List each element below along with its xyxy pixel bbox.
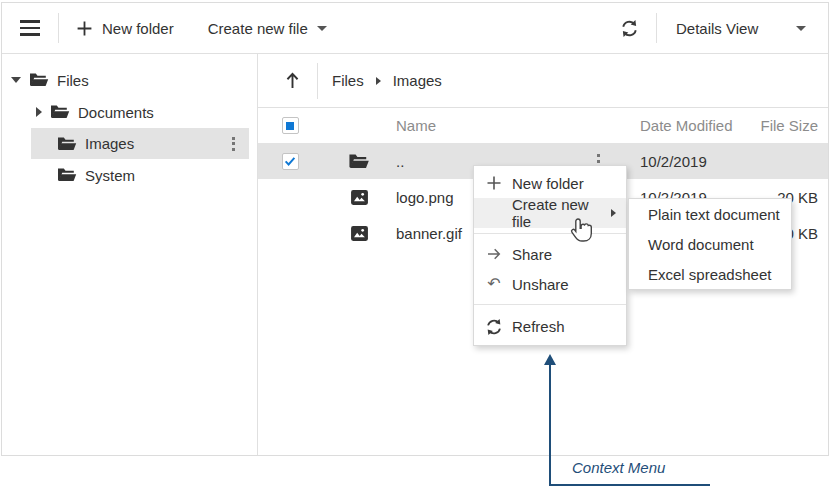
breadcrumb-bar: Files Images [258, 54, 828, 108]
submenu-arrow-icon [611, 209, 616, 217]
create-new-file-button[interactable]: Create new file [191, 3, 344, 53]
menu-toggle-button[interactable] [2, 3, 58, 53]
toolbar: New folder Create new file Details [2, 3, 828, 54]
view-mode-select[interactable]: Details View [657, 3, 828, 53]
refresh-icon [484, 318, 504, 336]
hamburger-icon [20, 20, 40, 36]
collapse-caret-icon[interactable] [36, 107, 42, 117]
file-date: 10/2/2019 [640, 153, 738, 170]
expand-caret-icon[interactable] [11, 77, 21, 83]
menu-item-label: Share [512, 246, 552, 263]
menu-item-label: Refresh [512, 318, 565, 335]
context-menu-item-share[interactable]: Share [474, 239, 626, 269]
annotation-label: Context Menu [572, 459, 665, 476]
undo-icon: ↶ [484, 276, 504, 292]
context-menu-item-new-folder[interactable]: New folder [474, 168, 626, 198]
folder-icon [348, 153, 370, 170]
select-all-checkbox[interactable] [282, 117, 299, 134]
menu-separator [474, 304, 626, 305]
column-header-name[interactable]: Name [396, 117, 640, 134]
menu-item-label: New folder [512, 175, 584, 192]
tree-item-label: Images [85, 135, 134, 152]
folder-icon [29, 72, 49, 88]
plus-icon [484, 175, 504, 191]
new-folder-label: New folder [102, 20, 174, 37]
toolbar-right-group: Details View [603, 3, 828, 53]
menu-separator [474, 233, 626, 234]
column-header-date-modified[interactable]: Date Modified [640, 117, 738, 134]
arrow-up-icon [284, 71, 301, 90]
item-menu-dots-icon[interactable] [232, 137, 235, 151]
checkmark-icon [283, 154, 297, 168]
create-new-file-label: Create new file [208, 20, 308, 37]
menu-item-label: Unshare [512, 276, 569, 293]
breadcrumb-item-images[interactable]: Images [393, 72, 442, 89]
folder-icon [50, 104, 70, 120]
file-name: banner.gif [396, 225, 462, 242]
folder-tree: Files Documents Images [2, 54, 258, 455]
context-menu-item-create-new-file[interactable]: Create new file [474, 198, 626, 228]
column-header-file-size[interactable]: File Size [738, 117, 828, 134]
create-file-submenu: Plain text document Word document Excel … [628, 198, 792, 290]
folder-icon [57, 167, 77, 183]
tree-item-images-selected[interactable]: Images [31, 128, 249, 159]
context-menu-item-refresh[interactable]: Refresh [474, 310, 626, 343]
tree-item-label: Documents [78, 104, 154, 121]
refresh-button[interactable] [603, 3, 656, 53]
tree-item-label: System [85, 167, 135, 184]
image-file-icon [350, 189, 369, 206]
new-folder-button[interactable]: New folder [59, 3, 191, 53]
go-up-button[interactable] [284, 71, 301, 90]
tree-item-system[interactable]: System [2, 159, 257, 191]
indeterminate-mark [286, 122, 294, 130]
folder-icon [57, 136, 77, 152]
tree-item-documents[interactable]: Documents [2, 96, 257, 128]
context-menu: New folder Create new file Share ↶ Unsha… [473, 165, 627, 346]
menu-item-label: Create new file [512, 196, 603, 230]
breadcrumb-arrow-icon [376, 77, 381, 85]
file-name: .. [396, 153, 404, 170]
submenu-item-excel[interactable]: Excel spreadsheet [629, 259, 791, 289]
image-file-icon [350, 225, 369, 242]
breadcrumb-separator [317, 63, 318, 99]
view-mode-value: Details View [676, 20, 758, 37]
row-checkbox-checked[interactable] [282, 153, 299, 170]
context-menu-item-unshare[interactable]: ↶ Unshare [474, 269, 626, 299]
chevron-down-icon [317, 26, 327, 31]
submenu-item-plain-text[interactable]: Plain text document [629, 199, 791, 229]
grid-header-row: Name Date Modified File Size [258, 108, 828, 143]
breadcrumb-item-files[interactable]: Files [332, 72, 364, 89]
submenu-item-word[interactable]: Word document [629, 229, 791, 259]
tree-item-files[interactable]: Files [2, 64, 257, 96]
tree-item-label: Files [57, 72, 89, 89]
share-arrow-icon [484, 246, 504, 262]
chevron-down-icon [796, 26, 806, 31]
refresh-icon [620, 19, 639, 38]
annotation-line-vertical [549, 364, 551, 485]
file-manager-screenshot: New folder Create new file Details [0, 0, 830, 489]
plus-icon [76, 20, 93, 37]
annotation-line-horizontal [549, 484, 710, 486]
file-name: logo.png [396, 189, 454, 206]
